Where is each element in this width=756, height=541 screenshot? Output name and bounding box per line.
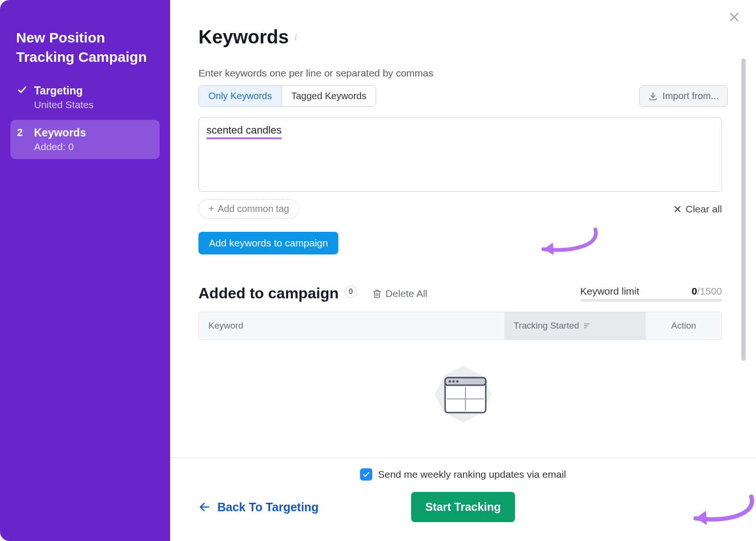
add-common-tag-label: Add common tag	[218, 203, 289, 214]
keyword-limit-max: /1500	[697, 286, 722, 296]
column-tracking-started-label: Tracking Started	[514, 321, 579, 331]
delete-all-button[interactable]: Delete All	[372, 288, 428, 299]
segment-only-keywords[interactable]: Only Keywords	[199, 86, 282, 106]
info-icon[interactable]: i	[294, 32, 297, 42]
column-keyword[interactable]: Keyword	[199, 312, 504, 339]
step-label: Keywords	[34, 127, 86, 139]
add-keywords-button[interactable]: Add keywords to campaign	[198, 232, 338, 254]
keyword-limit: Keyword limit 0/1500	[580, 286, 722, 302]
step-sublabel: Added: 0	[34, 141, 86, 152]
added-to-campaign-title: Added to campaign	[198, 285, 339, 302]
svg-marker-4	[543, 243, 554, 255]
keyword-limit-bar	[580, 299, 722, 302]
wizard-step-keywords[interactable]: 2 Keywords Added: 0	[10, 120, 160, 159]
svg-rect-10	[445, 378, 486, 385]
download-icon	[648, 92, 658, 101]
main-panel: Keywords i Enter keywords one per line o…	[170, 0, 756, 541]
annotation-arrow-icon	[529, 225, 605, 262]
keyword-limit-current: 0	[692, 286, 697, 296]
keywords-textarea[interactable]: scented candles	[198, 117, 722, 192]
weekly-updates-label: Send me weekly ranking updates via email	[378, 469, 566, 480]
clear-all-button[interactable]: Clear all	[673, 203, 722, 215]
back-to-targeting-link[interactable]: Back To Targeting	[198, 500, 411, 514]
check-icon	[17, 85, 34, 110]
svg-point-12	[453, 380, 455, 383]
sort-icon	[583, 322, 591, 330]
keywords-textarea-value: scented candles	[206, 124, 282, 139]
keyword-mode-segmented: Only Keywords Tagged Keywords	[198, 85, 376, 107]
wizard-step-targeting[interactable]: Targeting United States	[10, 78, 160, 117]
step-number: 2	[17, 127, 34, 152]
check-icon	[362, 471, 370, 478]
delete-all-label: Delete All	[386, 288, 428, 299]
scrollbar[interactable]	[741, 59, 746, 361]
keyword-limit-label: Keyword limit	[580, 286, 639, 297]
trash-icon	[372, 289, 382, 298]
keywords-hint: Enter keywords one per line or separated…	[198, 68, 728, 79]
close-icon	[673, 205, 682, 213]
step-sublabel: United States	[34, 99, 94, 110]
modal-footer: Send me weekly ranking updates via email…	[170, 457, 756, 541]
modal-window: New Position Tracking Campaign Targeting…	[0, 0, 756, 541]
keywords-table-header: Keyword Tracking Started Action	[198, 312, 722, 340]
svg-point-11	[449, 380, 451, 383]
import-button-label: Import from...	[662, 91, 719, 101]
segment-tagged-keywords[interactable]: Tagged Keywords	[282, 86, 376, 106]
weekly-updates-checkbox[interactable]	[360, 468, 372, 481]
wizard-title: New Position Tracking Campaign	[10, 28, 160, 78]
page-title: Keywords i	[198, 26, 728, 48]
added-count-badge: 0	[344, 286, 357, 298]
column-action: Action	[646, 312, 722, 339]
step-label: Targeting	[34, 85, 94, 97]
column-tracking-started[interactable]: Tracking Started	[504, 312, 646, 339]
start-tracking-button[interactable]: Start Tracking	[411, 492, 515, 522]
empty-state-illustration	[198, 363, 728, 425]
plus-icon: +	[208, 203, 214, 214]
back-link-label: Back To Targeting	[217, 500, 318, 514]
wizard-sidebar: New Position Tracking Campaign Targeting…	[0, 0, 170, 541]
arrow-left-icon	[198, 501, 211, 513]
add-common-tag-button[interactable]: + Add common tag	[198, 199, 299, 219]
clear-all-label: Clear all	[686, 203, 722, 215]
page-title-text: Keywords	[198, 26, 289, 48]
svg-point-13	[456, 380, 459, 383]
import-button[interactable]: Import from...	[639, 85, 728, 107]
